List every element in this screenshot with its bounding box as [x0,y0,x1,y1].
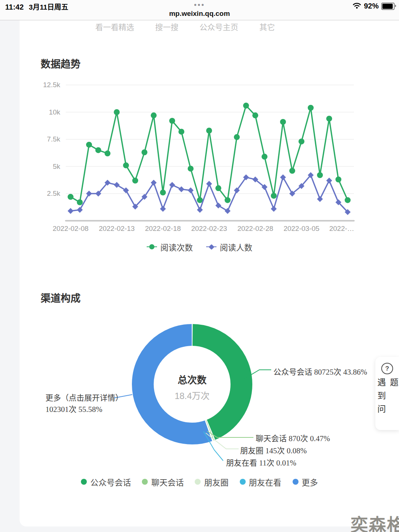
trend-legend-item[interactable]: 阅读人数 [206,241,252,253]
channel-legend-item[interactable]: 聊天会话 [142,476,184,488]
callout-count: 145次 [265,446,285,455]
callout-percent: 0.47% [310,434,330,443]
y-tick-label: 7.5k [27,135,60,143]
callout-name: 朋友圈 [240,446,263,455]
callout-name: 朋友在看 [226,458,257,467]
x-tick-label: 2022-02-13 [93,225,141,233]
callout-percent: 0.01% [276,458,296,467]
callout-count: 80725次 [314,368,341,376]
y-tick-label: 2.5k [27,190,60,198]
x-tick-label: 2022-02-08 [47,225,95,233]
battery-icon [381,3,395,10]
address-bar[interactable]: mp.weixin.qq.com [0,10,399,18]
x-tick-label: 2022-… [318,225,366,233]
tab-kankan[interactable]: 看一看精选 [95,21,134,32]
legend-label: 更多 [302,476,318,488]
channel-legend-item[interactable]: 朋友在看 [240,476,282,488]
x-tick-label: 2022-02-18 [139,225,187,233]
callout-count: 11次 [259,458,274,467]
callout-percent: 55.58% [78,405,102,414]
legend-label: 朋友在看 [249,476,282,488]
y-tick-label: 10k [27,108,60,116]
callout-name: 聊天会话 [256,434,287,443]
callout-count: 102301次 [45,405,76,414]
trend-legend-item[interactable]: 阅读次数 [147,241,193,253]
channel-legend-item[interactable]: 公众号会话 [81,476,131,488]
x-tick-label: 2022-02-28 [231,225,279,233]
battery-percent: 92% [364,2,379,10]
donut-center: 总次数 18.4万次 [148,372,236,402]
legend-dot-icon [195,479,201,485]
legend-dot-icon [81,479,87,485]
legend-label: 阅读人数 [220,241,252,253]
legend-label: 阅读次数 [160,241,193,253]
tab-homepage[interactable]: 公众号主页 [200,21,238,32]
donut-center-label: 总次数 [148,372,236,386]
help-widget-label: 遇到问题 [375,378,399,430]
callout-name: 公众号会话 [273,368,312,376]
legend-label: 公众号会话 [90,476,131,488]
diamond-marker-icon [206,243,216,250]
y-tick-label: 5k [27,163,60,171]
callout-chat-session: 聊天会话 870次 0.47% [256,432,330,443]
callout-count: 870次 [289,434,308,443]
callout-official-account: 公众号会话 80725次 43.86% [273,366,367,377]
channel-legend-item[interactable]: 朋友圈 [195,476,228,488]
tab-overview-icon[interactable]: ••• [0,1,399,9]
callout-percent: 43.86% [343,368,367,376]
circle-marker-icon [147,243,157,250]
legend-label: 聊天会话 [151,476,184,488]
donut-center-value: 18.4万次 [148,389,236,402]
legend-label: 朋友圈 [204,476,228,488]
screen: 11:42 3月11日周五 ••• mp.weixin.qq.com 92% 看… [0,0,399,532]
page-card [20,20,399,526]
callout-more[interactable]: 更多（点击展开详情） 102301次 55.58% [45,392,123,415]
channel-section-title: 渠道构成 [41,290,81,305]
watermark: 奕森格 [351,511,399,532]
trend-section-title: 数据趋势 [41,56,81,71]
callout-percent: 0.08% [287,446,307,455]
help-widget[interactable]: ? 遇到问题 [375,357,399,430]
trend-legend: 阅读次数阅读人数 [0,241,399,253]
page-tabs: 看一看精选 搜一搜 公众号主页 其它 [95,21,275,32]
legend-dot-icon [293,479,299,485]
wifi-icon [352,2,361,10]
callout-friends-reading: 朋友在看 11次 0.01% [226,457,296,468]
tab-other[interactable]: 其它 [259,21,275,32]
channel-legend: 公众号会话聊天会话朋友圈朋友在看更多 [0,476,399,488]
callout-more-label[interactable]: 更多（点击展开详情） [45,392,123,404]
legend-dot-icon [142,479,148,485]
callout-moments: 朋友圈 145次 0.08% [240,444,307,456]
question-icon[interactable]: ? [381,363,393,374]
status-bar: 11:42 3月11日周五 ••• mp.weixin.qq.com 92% [0,0,399,20]
y-tick-label: 12.5k [27,81,60,89]
legend-dot-icon [240,479,246,485]
tab-sousou[interactable]: 搜一搜 [155,21,178,32]
channel-legend-item[interactable]: 更多 [293,476,318,488]
x-tick-label: 2022-02-23 [185,225,233,233]
